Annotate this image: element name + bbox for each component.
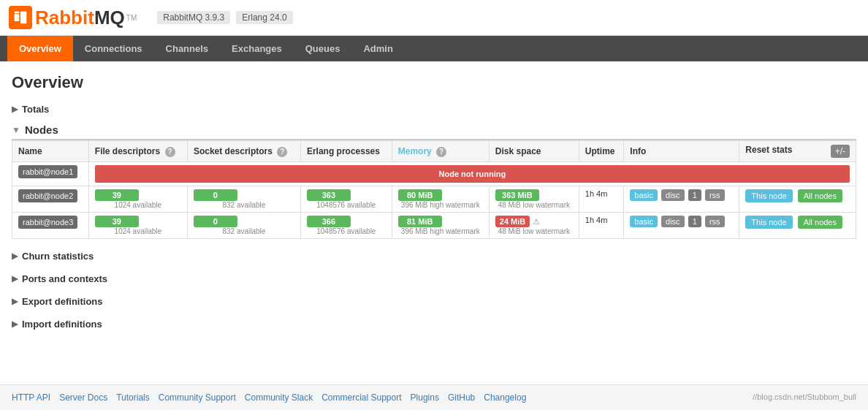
node2-reset-stats: This node All nodes (739, 186, 856, 213)
main-content: Overview ▶ Totals ▼ Nodes Name File desc… (0, 61, 868, 350)
totals-header[interactable]: ▶ Totals (12, 101, 856, 118)
col-file-desc: File descriptors ? (88, 141, 187, 162)
col-memory: Memory ? (392, 141, 489, 162)
node3-file-desc-value: 39 (95, 216, 139, 227)
col-name: Name (12, 141, 89, 162)
node3-name: rabbit@node3 (18, 216, 77, 229)
col-disk-space: Disk space (489, 141, 579, 162)
node2-memory: 80 MiB 396 MiB high watermark (392, 186, 489, 213)
export-label: Export definitions (22, 296, 103, 307)
svg-rect-0 (15, 14, 20, 21)
node2-all-nodes-button[interactable]: All nodes (798, 189, 842, 202)
node3-memory: 81 MiB 396 MiB high watermark (392, 213, 489, 239)
erlang-version-badge: Erlang 24.0 (236, 11, 292, 24)
node3-all-nodes-button[interactable]: All nodes (798, 216, 842, 229)
node3-badge-basic[interactable]: basic (630, 216, 658, 227)
node3-memory-value: 81 MiB (398, 216, 442, 227)
nodes-arrow: ▼ (12, 125, 20, 135)
nav-channels[interactable]: Channels (154, 36, 221, 61)
node2-info: basic disc 1 rss (624, 186, 739, 213)
node2-uptime: 1h 4m (579, 186, 623, 213)
node2-file-desc-value: 39 (95, 189, 139, 201)
node3-socket-desc-avail: 832 available (194, 227, 294, 235)
import-arrow: ▶ (12, 319, 18, 329)
totals-label: Totals (22, 104, 49, 115)
nodes-title: Nodes (25, 124, 58, 136)
totals-section: ▶ Totals (12, 101, 856, 118)
nav-exchanges[interactable]: Exchanges (220, 36, 294, 61)
table-row: rabbit@node1 Node not running (12, 162, 856, 186)
export-section: ▶ Export definitions (12, 293, 856, 310)
node3-info: basic disc 1 rss (624, 213, 739, 239)
node2-socket-desc-avail: 832 available (194, 201, 294, 209)
import-section: ▶ Import definitions (12, 316, 856, 333)
node3-erlang-avail: 1048576 available (307, 227, 386, 235)
node2-file-desc: 39 1024 available (88, 186, 187, 213)
node2-name: rabbit@node2 (18, 189, 77, 202)
nav-connections[interactable]: Connections (73, 36, 154, 61)
import-header[interactable]: ▶ Import definitions (12, 316, 856, 333)
main-nav: Overview Connections Channels Exchanges … (0, 36, 868, 61)
rabbitmq-version-badge: RabbitMQ 3.9.3 (157, 11, 230, 24)
node1-name: rabbit@node1 (18, 165, 77, 178)
node3-erlang-proc: 366 1048576 available (300, 213, 392, 239)
node3-disk: 24 MiB ⚠ 48 MiB low watermark (489, 213, 579, 239)
node3-badge-disc[interactable]: disc (661, 216, 685, 227)
export-header[interactable]: ▶ Export definitions (12, 293, 856, 310)
plus-minus-button[interactable]: +/- (831, 145, 850, 158)
node3-file-desc: 39 1024 available (88, 213, 187, 239)
node2-memory-value: 80 MiB (398, 189, 442, 201)
logo-tm: TM (126, 14, 137, 22)
memory-help-icon[interactable]: ? (436, 147, 446, 157)
node2-badge-1[interactable]: 1 (688, 189, 701, 201)
node3-file-desc-avail: 1024 available (95, 227, 181, 235)
ports-label: Ports and contexts (22, 273, 107, 284)
node2-erlang-value: 363 (307, 189, 351, 201)
node2-disk-value: 363 MiB (495, 189, 539, 201)
col-reset-stats: Reset stats +/- (739, 141, 856, 162)
node1-not-running: Node not running (88, 162, 856, 186)
page-title: Overview (12, 73, 856, 92)
node2-badge-basic[interactable]: basic (630, 189, 658, 201)
churn-section: ▶ Churn statistics (12, 248, 856, 265)
node3-disk-low: 48 MiB low watermark (495, 227, 573, 235)
node2-socket-desc-value: 0 (194, 189, 237, 201)
node3-disk-warning: 24 MiB (495, 216, 530, 227)
node3-memory-high: 396 MiB high watermark (398, 227, 483, 235)
node3-disk-icon: ⚠ (533, 217, 540, 227)
node1-name-cell: rabbit@node1 (12, 162, 89, 186)
node3-badge-1[interactable]: 1 (688, 216, 701, 227)
node2-disk-low: 48 MiB low watermark (495, 201, 573, 209)
churn-label: Churn statistics (22, 251, 94, 262)
node2-this-node-button[interactable]: This node (745, 189, 792, 202)
node2-file-desc-avail: 1024 available (95, 201, 181, 209)
nav-overview[interactable]: Overview (7, 36, 73, 61)
logo: RabbitMQ TM (9, 6, 137, 29)
node2-name-cell: rabbit@node2 (12, 186, 89, 213)
node2-memory-high: 396 MiB high watermark (398, 201, 483, 209)
node2-badge-rss[interactable]: rss (705, 189, 725, 201)
col-info: Info (624, 141, 739, 162)
totals-arrow: ▶ (12, 105, 18, 114)
node3-badge-rss[interactable]: rss (705, 216, 725, 227)
nodes-section: ▼ Nodes Name File descriptors ? Socket d… (12, 124, 856, 239)
nav-admin[interactable]: Admin (351, 36, 404, 61)
ports-header[interactable]: ▶ Ports and contexts (12, 270, 856, 287)
nodes-section-header[interactable]: ▼ Nodes (12, 124, 856, 140)
node2-badge-disc[interactable]: disc (661, 189, 685, 201)
node3-socket-desc-value: 0 (194, 216, 237, 227)
node2-erlang-proc: 363 1048576 available (300, 186, 392, 213)
table-row: rabbit@node3 39 1024 available 0 832 ava… (12, 213, 856, 239)
node3-this-node-button[interactable]: This node (745, 216, 792, 229)
churn-arrow: ▶ (12, 251, 18, 261)
socket-desc-help-icon[interactable]: ? (277, 147, 287, 157)
table-row: rabbit@node2 39 1024 available 0 832 ava… (12, 186, 856, 213)
nodes-table: Name File descriptors ? Socket descripto… (12, 140, 856, 239)
node3-reset-stats: This node All nodes (739, 213, 856, 239)
file-desc-help-icon[interactable]: ? (165, 147, 175, 157)
node3-socket-desc: 0 832 available (187, 213, 300, 239)
svg-rect-1 (20, 12, 26, 24)
nav-queues[interactable]: Queues (294, 36, 352, 61)
churn-header[interactable]: ▶ Churn statistics (12, 248, 856, 265)
not-running-message: Node not running (95, 165, 850, 183)
